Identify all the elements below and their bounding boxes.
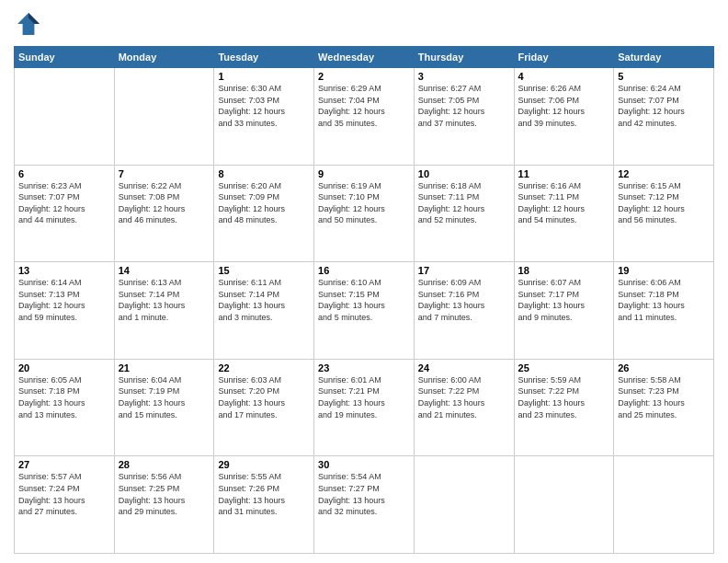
page: SundayMondayTuesdayWednesdayThursdayFrid… xyxy=(0,0,728,563)
day-info: Sunrise: 6:09 AM Sunset: 7:16 PM Dayligh… xyxy=(418,277,510,323)
header xyxy=(14,9,714,39)
day-info: Sunrise: 6:03 AM Sunset: 7:20 PM Dayligh… xyxy=(218,374,310,420)
day-number: 18 xyxy=(518,265,610,276)
day-info: Sunrise: 6:22 AM Sunset: 7:08 PM Dayligh… xyxy=(119,180,210,226)
day-cell: 8Sunrise: 6:20 AM Sunset: 7:09 PM Daylig… xyxy=(214,165,314,262)
day-cell: 29Sunrise: 5:55 AM Sunset: 7:26 PM Dayli… xyxy=(214,456,314,554)
calendar-header: SundayMondayTuesdayWednesdayThursdayFrid… xyxy=(15,47,714,68)
day-info: Sunrise: 6:20 AM Sunset: 7:09 PM Dayligh… xyxy=(218,180,310,226)
weekday-wednesday: Wednesday xyxy=(314,47,415,68)
day-number: 17 xyxy=(418,265,510,276)
day-cell: 16Sunrise: 6:10 AM Sunset: 7:15 PM Dayli… xyxy=(314,262,415,360)
day-number: 11 xyxy=(518,168,610,179)
day-info: Sunrise: 6:24 AM Sunset: 7:07 PM Dayligh… xyxy=(618,83,710,129)
calendar: SundayMondayTuesdayWednesdayThursdayFrid… xyxy=(14,46,714,554)
day-number: 6 xyxy=(18,168,110,179)
day-cell: 22Sunrise: 6:03 AM Sunset: 7:20 PM Dayli… xyxy=(214,359,314,456)
day-number: 14 xyxy=(119,265,210,276)
day-number: 29 xyxy=(218,459,310,470)
week-row-2: 13Sunrise: 6:14 AM Sunset: 7:13 PM Dayli… xyxy=(15,262,714,360)
week-row-0: 1Sunrise: 6:30 AM Sunset: 7:03 PM Daylig… xyxy=(15,68,714,166)
day-info: Sunrise: 5:59 AM Sunset: 7:22 PM Dayligh… xyxy=(518,374,610,420)
day-cell: 3Sunrise: 6:27 AM Sunset: 7:05 PM Daylig… xyxy=(414,68,514,166)
day-info: Sunrise: 6:15 AM Sunset: 7:12 PM Dayligh… xyxy=(618,180,710,226)
day-number: 23 xyxy=(318,362,410,373)
day-info: Sunrise: 6:30 AM Sunset: 7:03 PM Dayligh… xyxy=(218,83,310,129)
weekday-sunday: Sunday xyxy=(15,47,115,68)
day-number: 25 xyxy=(518,362,610,373)
day-number: 12 xyxy=(618,168,710,179)
day-info: Sunrise: 6:10 AM Sunset: 7:15 PM Dayligh… xyxy=(318,277,410,323)
day-cell: 26Sunrise: 5:58 AM Sunset: 7:23 PM Dayli… xyxy=(614,359,714,456)
day-cell: 7Sunrise: 6:22 AM Sunset: 7:08 PM Daylig… xyxy=(114,165,214,262)
logo xyxy=(14,9,47,39)
day-info: Sunrise: 6:16 AM Sunset: 7:11 PM Dayligh… xyxy=(518,180,610,226)
day-cell xyxy=(114,68,214,166)
weekday-saturday: Saturday xyxy=(614,47,714,68)
day-cell: 27Sunrise: 5:57 AM Sunset: 7:24 PM Dayli… xyxy=(15,456,115,554)
day-number: 24 xyxy=(418,362,510,373)
day-cell: 1Sunrise: 6:30 AM Sunset: 7:03 PM Daylig… xyxy=(214,68,314,166)
weekday-thursday: Thursday xyxy=(414,47,514,68)
day-info: Sunrise: 6:19 AM Sunset: 7:10 PM Dayligh… xyxy=(318,180,410,226)
day-cell: 30Sunrise: 5:54 AM Sunset: 7:27 PM Dayli… xyxy=(314,456,415,554)
day-number: 4 xyxy=(518,71,610,82)
day-cell: 4Sunrise: 6:26 AM Sunset: 7:06 PM Daylig… xyxy=(514,68,614,166)
day-number: 22 xyxy=(218,362,310,373)
day-info: Sunrise: 6:14 AM Sunset: 7:13 PM Dayligh… xyxy=(18,277,110,323)
day-number: 9 xyxy=(318,168,410,179)
day-info: Sunrise: 6:23 AM Sunset: 7:07 PM Dayligh… xyxy=(18,180,110,226)
day-number: 13 xyxy=(18,265,110,276)
logo-icon xyxy=(14,9,43,39)
day-number: 3 xyxy=(418,71,510,82)
day-info: Sunrise: 6:11 AM Sunset: 7:14 PM Dayligh… xyxy=(218,277,310,323)
day-number: 19 xyxy=(618,265,710,276)
day-cell: 20Sunrise: 6:05 AM Sunset: 7:18 PM Dayli… xyxy=(15,359,115,456)
day-info: Sunrise: 5:57 AM Sunset: 7:24 PM Dayligh… xyxy=(18,471,110,517)
day-info: Sunrise: 6:00 AM Sunset: 7:22 PM Dayligh… xyxy=(418,374,510,420)
day-number: 15 xyxy=(218,265,310,276)
weekday-row: SundayMondayTuesdayWednesdayThursdayFrid… xyxy=(15,47,714,68)
week-row-4: 27Sunrise: 5:57 AM Sunset: 7:24 PM Dayli… xyxy=(15,456,714,554)
calendar-body: 1Sunrise: 6:30 AM Sunset: 7:03 PM Daylig… xyxy=(15,68,714,554)
day-cell: 28Sunrise: 5:56 AM Sunset: 7:25 PM Dayli… xyxy=(114,456,214,554)
day-info: Sunrise: 6:01 AM Sunset: 7:21 PM Dayligh… xyxy=(318,374,410,420)
weekday-monday: Monday xyxy=(114,47,214,68)
day-number: 26 xyxy=(618,362,710,373)
day-info: Sunrise: 6:27 AM Sunset: 7:05 PM Dayligh… xyxy=(418,83,510,129)
day-info: Sunrise: 6:07 AM Sunset: 7:17 PM Dayligh… xyxy=(518,277,610,323)
day-cell: 18Sunrise: 6:07 AM Sunset: 7:17 PM Dayli… xyxy=(514,262,614,360)
day-cell xyxy=(614,456,714,554)
day-info: Sunrise: 5:56 AM Sunset: 7:25 PM Dayligh… xyxy=(119,471,210,517)
day-number: 30 xyxy=(318,459,410,470)
day-info: Sunrise: 6:05 AM Sunset: 7:18 PM Dayligh… xyxy=(18,374,110,420)
day-info: Sunrise: 5:58 AM Sunset: 7:23 PM Dayligh… xyxy=(618,374,710,420)
day-cell: 19Sunrise: 6:06 AM Sunset: 7:18 PM Dayli… xyxy=(614,262,714,360)
day-cell: 15Sunrise: 6:11 AM Sunset: 7:14 PM Dayli… xyxy=(214,262,314,360)
weekday-friday: Friday xyxy=(514,47,614,68)
day-number: 1 xyxy=(218,71,310,82)
week-row-1: 6Sunrise: 6:23 AM Sunset: 7:07 PM Daylig… xyxy=(15,165,714,262)
day-number: 10 xyxy=(418,168,510,179)
day-cell: 6Sunrise: 6:23 AM Sunset: 7:07 PM Daylig… xyxy=(15,165,115,262)
day-cell: 25Sunrise: 5:59 AM Sunset: 7:22 PM Dayli… xyxy=(514,359,614,456)
day-cell xyxy=(514,456,614,554)
day-info: Sunrise: 6:13 AM Sunset: 7:14 PM Dayligh… xyxy=(119,277,210,323)
day-info: Sunrise: 6:06 AM Sunset: 7:18 PM Dayligh… xyxy=(618,277,710,323)
day-number: 20 xyxy=(18,362,110,373)
day-info: Sunrise: 5:54 AM Sunset: 7:27 PM Dayligh… xyxy=(318,471,410,517)
day-cell: 13Sunrise: 6:14 AM Sunset: 7:13 PM Dayli… xyxy=(15,262,115,360)
day-cell: 5Sunrise: 6:24 AM Sunset: 7:07 PM Daylig… xyxy=(614,68,714,166)
day-cell: 24Sunrise: 6:00 AM Sunset: 7:22 PM Dayli… xyxy=(414,359,514,456)
day-info: Sunrise: 6:29 AM Sunset: 7:04 PM Dayligh… xyxy=(318,83,410,129)
day-number: 28 xyxy=(119,459,210,470)
weekday-tuesday: Tuesday xyxy=(214,47,314,68)
week-row-3: 20Sunrise: 6:05 AM Sunset: 7:18 PM Dayli… xyxy=(15,359,714,456)
day-cell: 14Sunrise: 6:13 AM Sunset: 7:14 PM Dayli… xyxy=(114,262,214,360)
day-number: 16 xyxy=(318,265,410,276)
day-cell xyxy=(15,68,115,166)
day-number: 8 xyxy=(218,168,310,179)
day-info: Sunrise: 6:26 AM Sunset: 7:06 PM Dayligh… xyxy=(518,83,610,129)
day-cell: 9Sunrise: 6:19 AM Sunset: 7:10 PM Daylig… xyxy=(314,165,415,262)
day-number: 5 xyxy=(618,71,710,82)
